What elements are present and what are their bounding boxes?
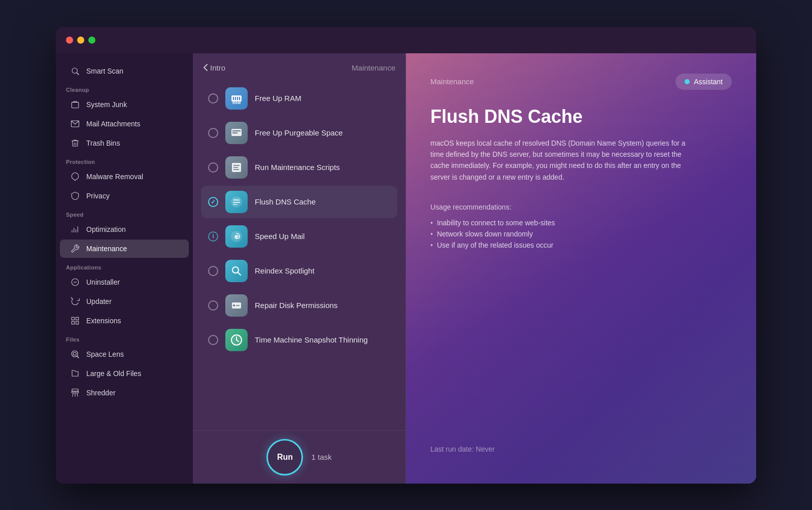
sidebar-item-maintenance[interactable]: Maintenance	[60, 240, 189, 258]
task-radio-flush-dns[interactable]	[208, 197, 218, 207]
panel-header: Maintenance Assistant	[430, 74, 732, 90]
section-label: Maintenance	[430, 77, 474, 86]
usage-title: Usage recommendations:	[430, 203, 732, 211]
mail-attachments-icon	[70, 119, 80, 129]
traffic-lights	[66, 37, 95, 44]
sidebar-item-label: Privacy	[86, 192, 110, 200]
svg-rect-35	[233, 202, 240, 203]
last-run: Last run date: Never	[430, 445, 732, 463]
main-window: Smart Scan Cleanup System Junk Mail Atta…	[56, 27, 756, 484]
task-count: 1 task	[311, 453, 331, 461]
task-icon-mail	[225, 225, 248, 248]
svg-rect-12	[76, 317, 79, 320]
task-name: Flush DNS Cache	[255, 197, 316, 206]
task-radio-time-machine[interactable]	[208, 335, 218, 345]
close-button[interactable]	[66, 37, 73, 44]
task-radio-maintenance-scripts[interactable]	[208, 162, 218, 173]
task-name: Reindex Spotlight	[255, 266, 315, 275]
back-button[interactable]: Intro	[203, 63, 225, 72]
feature-description: macOS keeps local cache of resolved DNS …	[430, 138, 694, 183]
space-lens-icon	[70, 349, 80, 359]
usage-item-2: Network slows down randomly	[430, 228, 732, 240]
sidebar-item-optimization[interactable]: Optimization	[60, 220, 189, 239]
svg-line-17	[77, 356, 79, 358]
sidebar: Smart Scan Cleanup System Junk Mail Atta…	[56, 53, 193, 484]
protection-section-label: Protection	[56, 153, 193, 167]
main-content: Smart Scan Cleanup System Junk Mail Atta…	[56, 53, 756, 484]
task-item-flush-dns[interactable]: DNS Flush DNS Cache	[201, 186, 397, 218]
center-title: Maintenance	[352, 63, 395, 72]
minimize-button[interactable]	[77, 37, 84, 44]
shredder-icon	[70, 388, 80, 398]
sidebar-item-updater[interactable]: Updater	[60, 292, 189, 311]
sidebar-item-label: Trash Bins	[86, 139, 120, 147]
task-radio-free-up-ram[interactable]	[208, 93, 218, 104]
sidebar-item-mail-attachments[interactable]: Mail Attachments	[60, 115, 189, 133]
sidebar-item-privacy[interactable]: Privacy	[60, 187, 189, 205]
svg-rect-23	[237, 97, 238, 100]
svg-point-16	[73, 352, 76, 355]
svg-rect-21	[233, 97, 234, 100]
sidebar-item-smart-scan[interactable]: Smart Scan	[60, 62, 189, 80]
updater-icon	[70, 296, 80, 307]
task-name: Repair Disk Permissions	[255, 301, 337, 310]
system-junk-icon	[70, 99, 80, 110]
title-bar	[56, 27, 756, 53]
svg-point-38	[235, 236, 238, 238]
maintenance-icon	[70, 244, 80, 254]
sidebar-item-large-old-files[interactable]: Large & Old Files	[60, 364, 189, 383]
svg-rect-11	[72, 317, 74, 320]
smart-scan-label: Smart Scan	[86, 67, 123, 75]
task-radio-spotlight[interactable]	[208, 266, 218, 276]
maximize-button[interactable]	[88, 37, 95, 44]
center-header: Intro Maintenance	[193, 53, 405, 78]
cleanup-section-label: Cleanup	[56, 81, 193, 95]
task-name: Run Maintenance Scripts	[255, 163, 340, 172]
task-radio-purgeable[interactable]	[208, 128, 218, 138]
sidebar-item-label: Updater	[86, 297, 112, 305]
sidebar-item-label: Uninstaller	[86, 278, 120, 286]
svg-point-0	[72, 68, 78, 74]
files-section-label: Files	[56, 330, 193, 345]
last-run-label: Last run date:	[430, 445, 474, 453]
task-name: Free Up Purgeable Space	[255, 128, 343, 137]
task-name: Free Up RAM	[255, 94, 301, 103]
svg-rect-18	[72, 389, 78, 391]
sidebar-item-label: System Junk	[86, 100, 127, 109]
sidebar-item-trash-bins[interactable]: Trash Bins	[60, 134, 189, 152]
sidebar-item-label: Shredder	[86, 389, 116, 397]
sidebar-item-malware-removal[interactable]: Malware Removal	[60, 167, 189, 186]
sidebar-item-space-lens[interactable]: Space Lens	[60, 345, 189, 363]
task-icon-maintenance	[225, 156, 248, 179]
large-old-files-icon	[70, 368, 80, 379]
uninstaller-icon	[70, 277, 80, 287]
task-item-time-machine[interactable]: Time Machine Snapshot Thinning	[201, 324, 397, 356]
sidebar-item-shredder[interactable]: Shredder	[60, 384, 189, 402]
sidebar-item-label: Mail Attachments	[86, 120, 141, 128]
svg-rect-14	[76, 321, 79, 324]
svg-point-39	[232, 267, 239, 273]
run-button[interactable]: Run	[266, 439, 303, 475]
task-radio-disk[interactable]	[208, 300, 218, 311]
task-item-maintenance-scripts[interactable]: Run Maintenance Scripts	[201, 151, 397, 184]
last-run-value: Never	[476, 445, 495, 453]
sidebar-item-extensions[interactable]: Extensions	[60, 312, 189, 330]
task-item-speed-up-mail[interactable]: ℹ Speed Up Mail	[201, 220, 397, 253]
task-item-purgeable[interactable]: Free Up Purgeable Space	[201, 117, 397, 149]
sidebar-item-label: Optimization	[86, 225, 126, 233]
malware-removal-icon	[70, 172, 80, 182]
task-name: Speed Up Mail	[255, 232, 304, 241]
sidebar-item-label: Malware Removal	[86, 173, 143, 181]
task-item-reindex-spotlight[interactable]: Reindex Spotlight	[201, 255, 397, 287]
svg-line-1	[77, 73, 79, 75]
sidebar-item-system-junk[interactable]: System Junk	[60, 95, 189, 114]
task-item-repair-disk[interactable]: Repair Disk Permissions	[201, 289, 397, 322]
task-icon-ram: RAM	[225, 87, 248, 110]
right-panel: Maintenance Assistant Flush DNS Cache ma…	[406, 53, 756, 484]
task-item-free-up-ram[interactable]: RAM Free Up RAM	[201, 82, 397, 115]
svg-rect-19	[72, 391, 79, 393]
svg-text:DNS: DNS	[233, 198, 240, 201]
task-radio-speed-mail[interactable]: ℹ	[208, 231, 218, 242]
assistant-button[interactable]: Assistant	[675, 74, 732, 90]
sidebar-item-uninstaller[interactable]: Uninstaller	[60, 273, 189, 291]
